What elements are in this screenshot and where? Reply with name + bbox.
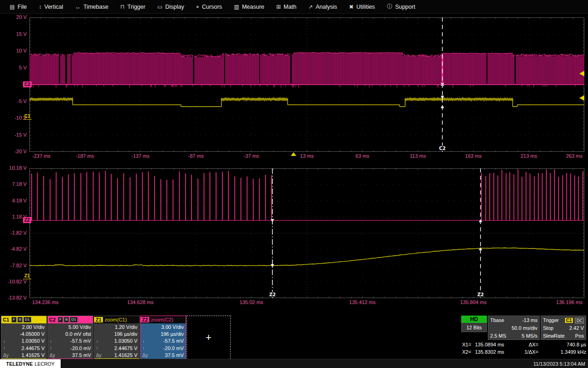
menu-item-label: Trigger <box>127 4 145 10</box>
y-axis-label: -4.82 V <box>1 246 27 252</box>
descriptor-z2-title: Z2 <box>141 317 149 322</box>
x-axis-label: 263 ms <box>566 153 582 159</box>
tbase-samplerate: 5 MS/s <box>522 333 537 339</box>
y-axis-label: -5 V <box>1 98 27 104</box>
trigger-position-marker[interactable] <box>291 152 296 156</box>
svg-text:▼: ▼ <box>271 218 274 223</box>
row-value: 1.03050 V <box>114 338 137 344</box>
descriptor-z2-body: 3.00 V/div 196 µs/div ↓-57.5 mV ↑-20.0 m… <box>141 323 186 359</box>
descriptor-z1[interactable]: Z1 zoom(C1) 1.20 V/div 196 µs/div ↓1.030… <box>94 316 140 359</box>
trigger-label: Trigger <box>543 317 559 323</box>
descriptor-c2-body: 5.00 V/div 0.0 mV ofst ↓-57.5 mV ↑-20.0 … <box>48 323 93 359</box>
x-axis-label: -237 ms <box>32 153 51 159</box>
delta-y-label: Δy <box>142 353 148 358</box>
x-axis-label: 135.412 ms <box>349 299 375 305</box>
row-value: 2.44675 V <box>114 345 137 351</box>
menu-item-label: Utilities <box>356 4 375 10</box>
x-axis-label: 135.02 ms <box>240 299 263 305</box>
svg-text:×: × <box>440 81 445 87</box>
c1-level-marker[interactable] <box>579 95 584 101</box>
x-axis-label: 135.804 ms <box>460 299 486 305</box>
menu-item-math[interactable]: ⊞Math <box>270 0 302 13</box>
y-axis-label: 10 V <box>1 48 27 53</box>
row-value: 5.00 V/div <box>68 324 91 330</box>
menu-item-utilities[interactable]: ✖Utilities <box>343 0 381 13</box>
menu-item-display[interactable]: ▭Display <box>151 0 190 13</box>
y-axis-label: -13.82 V <box>1 295 27 300</box>
row-value: -57.5 mV <box>70 338 91 344</box>
y-axis-label: 10.18 V <box>1 165 27 171</box>
c1-zero-marker[interactable]: C1 <box>23 113 32 120</box>
trigger-slope: Pos <box>575 333 584 339</box>
descriptor-c2-header: C2 F B D1 <box>48 316 93 323</box>
x2-value: 135.8302 ms <box>475 349 517 355</box>
descriptor-c1[interactable]: C1 F B D1 2.00 V/div -4.05000 V ↓1.03050… <box>1 316 47 359</box>
menu-item-analysis[interactable]: ↗Analysis <box>302 0 343 13</box>
descriptor-z2-header: Z2 zoom(C2) <box>141 316 186 323</box>
z1-zero-marker[interactable]: Z1 <box>23 273 31 279</box>
c2-zero-marker[interactable]: C2 <box>23 81 32 87</box>
x-axis-label: 134.236 ms <box>32 299 58 305</box>
menu-item-support[interactable]: ⓘSupport <box>381 0 421 13</box>
menu-item-timebase[interactable]: ↔Timebase <box>69 0 114 13</box>
menu-item-label: Timebase <box>84 4 108 10</box>
row-value: 196 µs/div <box>161 331 184 337</box>
hd-indicator[interactable]: HD 12 Bits <box>461 316 487 332</box>
vertical-icon: ↕ <box>39 4 42 10</box>
x-axis-label: 136.196 ms <box>556 299 582 305</box>
menu-item-vertical[interactable]: ↕Vertical <box>33 0 69 13</box>
main-waveform-plot[interactable]: ×▼▲C2 <box>29 17 584 152</box>
support-icon: ⓘ <box>387 3 392 11</box>
analysis-icon: ↗ <box>308 4 313 10</box>
row-value: 0.0 mV ofst <box>65 331 91 337</box>
trigger-icon: ⊓ <box>120 4 124 10</box>
z2-trace <box>32 169 583 220</box>
timebase-icon: ↔ <box>75 4 81 10</box>
badge-b: B <box>64 317 69 322</box>
cursor-min-icon: ↓ <box>50 339 52 344</box>
y-axis-label: -10.82 V <box>1 279 27 284</box>
x-axis-label: 13 ms <box>300 153 314 159</box>
menu-item-measure[interactable]: ▥Measure <box>228 0 270 13</box>
oscilloscope-screen: ▤File↕Vertical↔Timebase⊓Trigger▭Display⌖… <box>0 0 588 368</box>
timebase-descriptor[interactable]: Tbase-13 ms 50.0 ms/div 2.5 MS5 MS/s <box>488 316 540 340</box>
add-trace-box[interactable]: + <box>187 316 231 359</box>
y-axis-label: -20 V <box>1 149 27 154</box>
x1-label: X1= <box>462 342 475 347</box>
descriptor-z2[interactable]: Z2 zoom(C2) 3.00 V/div 196 µs/div ↓-57.5… <box>140 316 186 359</box>
inv-dx-value: 1.3499 kHz <box>540 349 586 355</box>
row-value: 37.5 mV <box>165 352 184 358</box>
row-value: -20.0 mV <box>163 345 184 351</box>
tbase-memory: 2.5 MS <box>490 333 506 339</box>
z2-zero-marker[interactable]: Z2 <box>23 217 31 223</box>
menu-item-cursors[interactable]: ⌖Cursors <box>190 0 228 13</box>
clock: 11/13/2023 5:13:04 AM <box>533 359 585 368</box>
row-value: -20.0 mV <box>70 345 91 351</box>
descriptor-c2[interactable]: C2 F B D1 5.00 V/div 0.0 mV ofst ↓-57.5 … <box>47 316 93 359</box>
trigger-descriptor[interactable]: Trigger C1 DC Stop2.42 V SlewRatePos <box>541 316 586 340</box>
zoom-waveform-plot[interactable]: ▼▼Z2▲▲Z2 <box>29 168 584 298</box>
hd-title: HD <box>461 316 487 323</box>
descriptor-z1-body: 1.20 V/div 196 µs/div ↓1.03050 V ↑2.4467… <box>94 323 139 359</box>
row-value: 3.00 V/div <box>161 324 184 330</box>
y-axis-label: -1.82 V <box>1 230 27 236</box>
descriptor-z2-subtitle: zoom(C2) <box>151 317 173 322</box>
menu-item-label: Math <box>283 4 296 10</box>
badge-b: B <box>17 317 23 322</box>
badge-d1: D1 <box>70 317 77 322</box>
delta-y-label: Δy <box>50 353 55 358</box>
x-axis-label: -137 ms <box>131 153 150 159</box>
trigger-source-badge: C1 <box>565 318 573 323</box>
svg-text:▼: ▼ <box>441 95 444 99</box>
tbase-scale: 50.0 ms/div <box>512 325 537 331</box>
menu-item-trigger[interactable]: ⊓Trigger <box>114 0 152 13</box>
row-value: 1.41625 V <box>114 352 137 358</box>
menu-item-file[interactable]: ▤File <box>4 0 33 13</box>
x-axis-label: -37 ms <box>243 153 259 159</box>
add-trace-plus-icon: + <box>206 332 212 344</box>
menu-bar: ▤File↕Vertical↔Timebase⊓Trigger▭Display⌖… <box>0 0 588 14</box>
descriptor-c1-title: C1 <box>1 317 11 322</box>
y-axis-label: 5 V <box>1 65 27 70</box>
y-axis-label: 7.18 V <box>1 181 27 187</box>
descriptor-c1-body: 2.00 V/div -4.05000 V ↓1.03050 V ↑2.4467… <box>1 323 46 359</box>
